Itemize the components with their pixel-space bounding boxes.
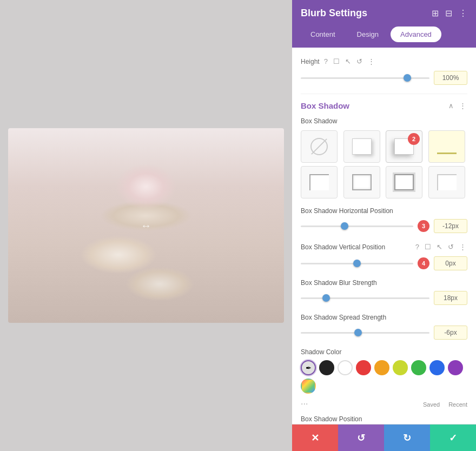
blur-label: Box Shadow Blur Strength bbox=[301, 279, 377, 287]
color-gradient[interactable] bbox=[301, 379, 316, 394]
spread-slider-row bbox=[301, 326, 467, 340]
height-cursor-icon[interactable]: ↖ bbox=[344, 56, 352, 67]
horizontal-slider-row: 3 bbox=[301, 219, 467, 233]
color-yellow-green[interactable] bbox=[393, 360, 408, 375]
spread-section: Box Shadow Spread Strength bbox=[301, 314, 467, 340]
resize-handle[interactable]: ↔ bbox=[141, 220, 151, 232]
blur-slider[interactable] bbox=[301, 297, 429, 299]
confirm-button[interactable]: ✓ bbox=[430, 425, 476, 451]
more-icon[interactable]: ⋮ bbox=[459, 8, 467, 18]
more-dots[interactable]: ··· bbox=[301, 399, 308, 409]
shadow-color-label: Shadow Color bbox=[301, 348, 467, 356]
resize-icon[interactable]: ⊞ bbox=[432, 8, 439, 18]
reset-button[interactable]: ↺ bbox=[338, 425, 384, 451]
header-icons: ⊞ ⊟ ⋮ bbox=[432, 8, 467, 18]
saved-recent: Saved Recent bbox=[423, 401, 467, 408]
color-orange[interactable] bbox=[374, 360, 389, 375]
shadow-option-topleft[interactable] bbox=[301, 166, 338, 198]
color-swatches: ✒ bbox=[301, 360, 467, 394]
color-purple[interactable] bbox=[448, 360, 463, 375]
vertical-cursor-icon[interactable]: ↖ bbox=[435, 242, 444, 252]
blur-slider-row bbox=[301, 291, 467, 305]
spread-slider[interactable] bbox=[301, 332, 429, 334]
shadow-option-dark[interactable] bbox=[386, 166, 422, 198]
redo-button[interactable]: ↻ bbox=[384, 425, 430, 451]
color-blue[interactable] bbox=[429, 360, 445, 375]
vertical-prop-header: Box Shadow Vertical Position ? ☐ ↖ ↺ ⋮ bbox=[301, 242, 467, 252]
color-red[interactable] bbox=[356, 360, 371, 375]
height-device-icon[interactable]: ☐ bbox=[332, 56, 341, 67]
shadow-option-selected[interactable]: 2 bbox=[386, 130, 422, 163]
bottom-toolbar: ✕ ↺ ↻ ✓ bbox=[292, 424, 476, 451]
spread-prop-header: Box Shadow Spread Strength bbox=[301, 314, 467, 321]
cancel-icon: ✕ bbox=[311, 432, 319, 444]
vertical-slider-container[interactable] bbox=[301, 258, 413, 269]
vertical-help-icon[interactable]: ? bbox=[414, 242, 420, 252]
saved-label[interactable]: Saved bbox=[423, 401, 440, 408]
cancel-button[interactable]: ✕ bbox=[292, 425, 338, 451]
shadow-option-full[interactable] bbox=[343, 166, 380, 198]
horizontal-badge: 3 bbox=[418, 220, 429, 232]
color-dropper[interactable]: ✒ bbox=[301, 360, 316, 375]
blur-prop-header: Box Shadow Blur Strength bbox=[301, 279, 467, 287]
columns-icon[interactable]: ⊟ bbox=[445, 8, 452, 18]
box-shadow-label: Box Shadow bbox=[301, 117, 467, 125]
redo-icon: ↻ bbox=[403, 432, 411, 444]
horizontal-prop-header: Box Shadow Horizontal Position bbox=[301, 207, 467, 215]
shadow-option-outside[interactable] bbox=[343, 130, 380, 163]
shadow-options-grid: 2 bbox=[301, 130, 467, 198]
vertical-prop-icons: ? ☐ ↖ ↺ ⋮ bbox=[414, 242, 467, 252]
tab-design[interactable]: Design bbox=[347, 26, 388, 42]
vertical-slider-row: 4 bbox=[301, 256, 467, 270]
vertical-slider[interactable] bbox=[301, 263, 413, 264]
vertical-position-section: Box Shadow Vertical Position ? ☐ ↖ ↺ ⋮ 4 bbox=[301, 242, 467, 270]
divider-1 bbox=[301, 94, 467, 94]
shadow-option-light[interactable] bbox=[428, 166, 465, 198]
horizontal-slider[interactable] bbox=[301, 226, 413, 227]
shadow-option-disabled[interactable] bbox=[301, 130, 338, 163]
recent-label[interactable]: Recent bbox=[448, 401, 467, 408]
section-more-icon[interactable]: ⋮ bbox=[458, 101, 467, 111]
collapse-icon[interactable]: ∧ bbox=[447, 101, 455, 111]
height-label: Height bbox=[301, 58, 320, 65]
color-black[interactable] bbox=[319, 360, 334, 375]
spread-slider-container[interactable] bbox=[301, 327, 429, 338]
color-green[interactable] bbox=[411, 360, 426, 375]
shadow-topleft-preview bbox=[309, 174, 329, 190]
blur-slider-container[interactable] bbox=[301, 293, 429, 303]
spread-label: Box Shadow Spread Strength bbox=[301, 314, 386, 321]
shadow-disabled-icon bbox=[310, 138, 328, 155]
vertical-badge: 4 bbox=[418, 257, 429, 269]
image-container: ↔ bbox=[8, 128, 284, 323]
box-shadow-section-header: Box Shadow ∧ ⋮ bbox=[301, 101, 467, 111]
vertical-reset-icon[interactable]: ↺ bbox=[447, 242, 455, 252]
left-panel: ↔ bbox=[0, 0, 292, 451]
color-white[interactable] bbox=[338, 360, 353, 375]
height-help-icon[interactable]: ? bbox=[323, 56, 329, 67]
tab-advanced[interactable]: Advanced bbox=[391, 26, 441, 42]
height-slider-container[interactable] bbox=[301, 72, 429, 83]
shadow-option-yellow[interactable] bbox=[428, 130, 465, 163]
height-value[interactable] bbox=[434, 71, 467, 85]
height-slider[interactable] bbox=[301, 77, 429, 79]
spread-value[interactable] bbox=[434, 326, 467, 340]
box-shadow-position-label: Box Shadow Position bbox=[301, 415, 362, 423]
horizontal-position-section: Box Shadow Horizontal Position 3 bbox=[301, 207, 467, 233]
horizontal-slider-container[interactable] bbox=[301, 221, 413, 231]
panel-content: Height ? ☐ ↖ ↺ ⋮ Box Shadow ∧ ⋮ Box Shad… bbox=[292, 48, 476, 424]
vertical-device-icon[interactable]: ☐ bbox=[424, 242, 432, 252]
box-shadow-position-section: Box Shadow Position bbox=[301, 415, 467, 423]
height-more-icon[interactable]: ⋮ bbox=[367, 56, 376, 67]
horizontal-value[interactable] bbox=[434, 219, 467, 233]
height-reset-icon[interactable]: ↺ bbox=[355, 56, 363, 67]
right-panel: Blurb Settings ⊞ ⊟ ⋮ Content Design Adva… bbox=[292, 0, 476, 451]
vertical-label: Box Shadow Vertical Position bbox=[301, 243, 385, 251]
shadow-outside-preview bbox=[352, 138, 372, 155]
shadow-dark-preview bbox=[394, 174, 414, 190]
blur-value[interactable] bbox=[434, 291, 467, 305]
confirm-icon: ✓ bbox=[449, 432, 457, 444]
tab-content[interactable]: Content bbox=[301, 26, 345, 42]
blur-section: Box Shadow Blur Strength bbox=[301, 279, 467, 305]
vertical-more-icon[interactable]: ⋮ bbox=[458, 242, 467, 252]
vertical-value[interactable] bbox=[434, 256, 467, 270]
